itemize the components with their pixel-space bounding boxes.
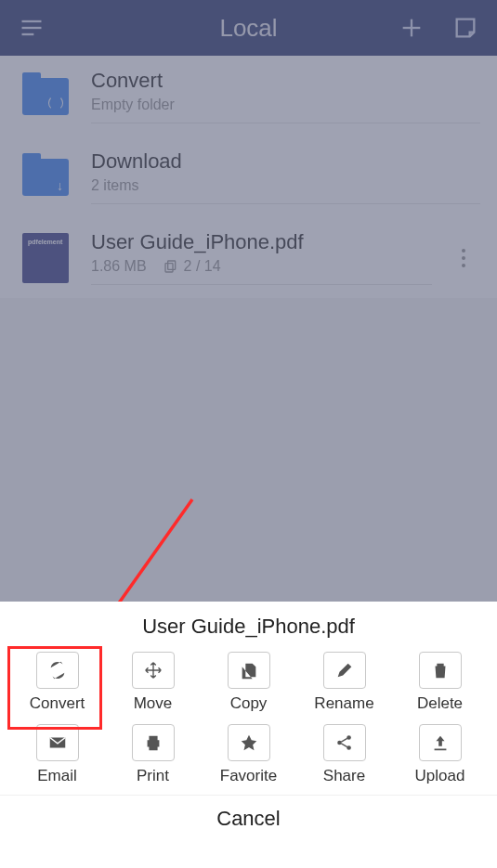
action-delete[interactable]: Delete — [396, 652, 484, 713]
action-label: Rename — [314, 694, 373, 713]
action-share[interactable]: Share — [300, 724, 388, 785]
svg-rect-6 — [165, 264, 173, 272]
app-header: Local — [0, 0, 497, 56]
print-icon — [143, 732, 163, 753]
share-icon — [334, 732, 355, 753]
svg-point-9 — [337, 741, 342, 745]
copy-icon — [239, 660, 259, 680]
rename-icon — [334, 660, 355, 680]
convert-icon — [47, 660, 68, 680]
cancel-button[interactable]: Cancel — [0, 795, 497, 842]
action-sheet: User Guide_iPhone.pdf Convert Move Copy … — [0, 602, 497, 868]
folder-icon — [20, 154, 71, 201]
action-upload[interactable]: Upload — [396, 724, 484, 785]
action-favorite[interactable]: Favorite — [204, 724, 293, 785]
file-name: Convert — [91, 69, 480, 93]
action-label: Convert — [30, 694, 85, 713]
move-icon — [143, 660, 163, 680]
page-title: Local — [219, 14, 277, 43]
sheet-title: User Guide_iPhone.pdf — [0, 602, 497, 646]
action-label: Share — [323, 767, 365, 785]
action-label: Move — [134, 694, 173, 713]
action-email[interactable]: Email — [13, 724, 101, 785]
favorite-icon — [239, 732, 259, 753]
action-copy[interactable]: Copy — [204, 652, 293, 713]
action-move[interactable]: Move — [109, 652, 197, 713]
action-label: Upload — [415, 767, 465, 785]
pdf-icon: pdfelement — [20, 235, 71, 281]
action-label: Email — [37, 767, 77, 785]
file-name: User Guide_iPhone.pdf — [91, 230, 432, 254]
pages-icon — [163, 259, 178, 274]
action-print[interactable]: Print — [109, 724, 197, 785]
action-label: Print — [137, 767, 169, 785]
more-icon[interactable] — [452, 249, 480, 267]
svg-line-12 — [341, 738, 347, 742]
file-meta: 1.86 MB 2 / 14 — [91, 258, 432, 275]
file-meta: 2 items — [91, 177, 480, 194]
file-size: 1.86 MB — [91, 258, 147, 275]
action-grid: Convert Move Copy Rename Delete — [0, 646, 497, 795]
action-rename[interactable]: Rename — [300, 652, 388, 713]
menu-icon[interactable] — [19, 15, 45, 41]
action-label: Favorite — [220, 767, 277, 785]
action-label: Delete — [417, 694, 463, 713]
folder-row-convert[interactable]: Convert Empty folder — [0, 56, 497, 136]
action-label: Copy — [230, 694, 268, 713]
action-convert[interactable]: Convert — [13, 652, 101, 713]
file-name: Download — [91, 149, 480, 174]
folder-row-download[interactable]: Download 2 items — [0, 136, 497, 217]
delete-icon — [430, 660, 451, 680]
file-row-pdf[interactable]: pdfelement User Guide_iPhone.pdf 1.86 MB… — [0, 217, 497, 298]
file-pages: 2 / 14 — [184, 258, 221, 275]
svg-point-10 — [347, 735, 351, 740]
add-icon[interactable] — [399, 15, 425, 41]
email-icon — [47, 732, 68, 753]
file-list: Convert Empty folder Download 2 items pd… — [0, 56, 497, 298]
svg-point-11 — [347, 745, 351, 750]
note-icon[interactable] — [452, 15, 478, 41]
upload-icon — [430, 732, 451, 753]
svg-line-13 — [341, 744, 347, 747]
file-meta: Empty folder — [91, 97, 480, 113]
svg-rect-5 — [167, 261, 175, 269]
folder-icon — [20, 73, 71, 120]
